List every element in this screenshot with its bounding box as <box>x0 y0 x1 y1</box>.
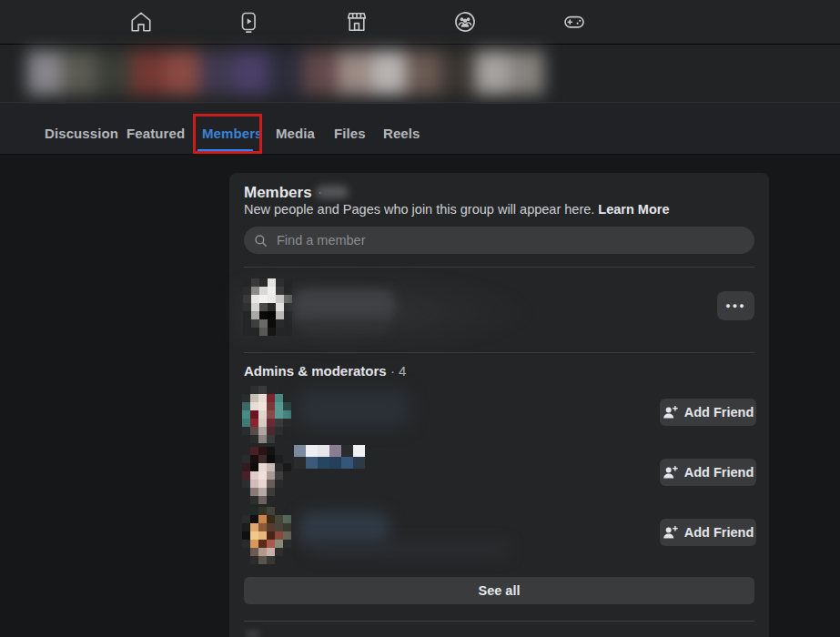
divider <box>244 621 754 622</box>
watch-icon[interactable] <box>237 10 260 34</box>
header-divider <box>0 102 840 103</box>
active-tab-underline <box>197 149 253 152</box>
admin-name-blurred[interactable] <box>294 445 365 469</box>
admin-name-blurred[interactable] <box>297 389 410 428</box>
person-add-icon <box>663 466 678 480</box>
tab-discussion[interactable]: Discussion <box>45 126 118 141</box>
groups-icon[interactable] <box>453 10 477 34</box>
member-subtext-blurred <box>300 320 388 333</box>
admin-name-blurred[interactable] <box>299 511 390 546</box>
divider <box>244 352 754 353</box>
search-icon <box>254 234 268 248</box>
member-count-blurred <box>316 186 349 198</box>
member-avatar-blurred[interactable] <box>243 278 292 336</box>
admin-avatar-blurred[interactable] <box>242 447 291 504</box>
members-card-description: New people and Pages who join this group… <box>244 202 670 217</box>
group-tabs: Discussion Featured Members Media Files … <box>0 104 840 155</box>
learn-more-link[interactable]: Learn More <box>598 202 669 217</box>
group-header: Discussion Featured Members Media Files … <box>0 45 840 154</box>
group-cover-blurred <box>27 51 544 95</box>
admins-count: 4 <box>399 363 406 379</box>
admin-avatar-blurred[interactable] <box>242 507 291 564</box>
next-section-blurred <box>246 630 260 637</box>
see-all-button[interactable]: See all <box>244 577 754 604</box>
add-friend-button[interactable]: Add Friend <box>660 519 756 546</box>
divider <box>244 267 754 268</box>
home-icon[interactable] <box>129 10 153 34</box>
member-name-blurred[interactable] <box>293 289 395 322</box>
tab-featured[interactable]: Featured <box>127 126 185 141</box>
member-search[interactable] <box>244 227 754 254</box>
members-card: Members· New people and Pages who join t… <box>229 173 769 637</box>
add-friend-button[interactable]: Add Friend <box>660 399 756 426</box>
more-options-button[interactable]: ●●● <box>717 291 754 320</box>
gaming-icon[interactable] <box>562 10 586 34</box>
tab-reels[interactable]: Reels <box>383 126 420 141</box>
search-input[interactable] <box>275 232 715 248</box>
person-add-icon <box>663 526 678 540</box>
add-friend-button[interactable]: Add Friend <box>660 459 756 486</box>
admin-avatar-blurred[interactable] <box>242 386 291 443</box>
tab-members[interactable]: Members <box>202 126 263 141</box>
person-add-icon <box>663 406 678 420</box>
marketplace-icon[interactable] <box>345 10 369 34</box>
admins-heading: Admins & moderators · 4 <box>244 363 406 379</box>
members-card-title: Members· <box>244 184 322 202</box>
tab-media[interactable]: Media <box>276 126 315 141</box>
admin-subtext-blurred <box>309 542 510 556</box>
tab-files[interactable]: Files <box>334 126 366 141</box>
top-nav-bar <box>0 0 840 45</box>
